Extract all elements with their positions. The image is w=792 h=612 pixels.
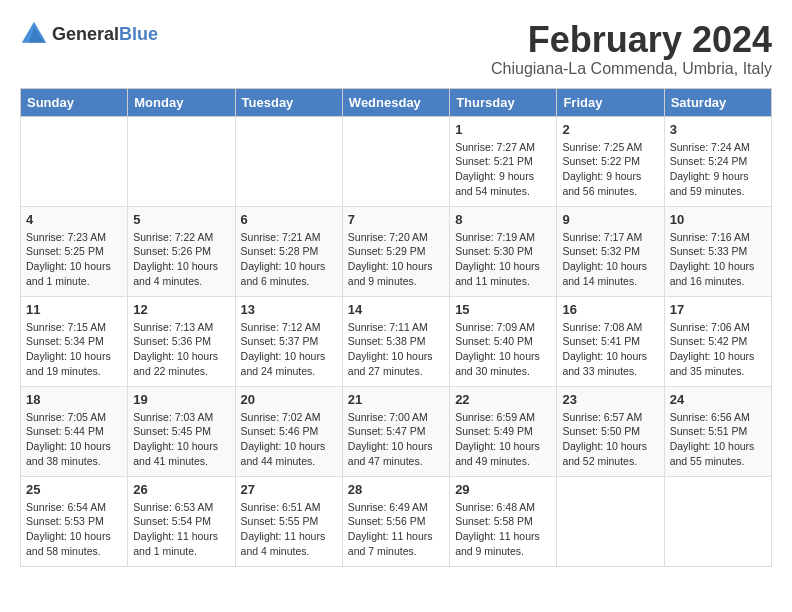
day-number: 11 bbox=[26, 302, 122, 317]
day-info: Sunrise: 6:59 AM Sunset: 5:49 PM Dayligh… bbox=[455, 410, 551, 469]
day-number: 22 bbox=[455, 392, 551, 407]
day-info: Sunrise: 6:53 AM Sunset: 5:54 PM Dayligh… bbox=[133, 500, 229, 559]
logo-general: General bbox=[52, 24, 119, 44]
day-info: Sunrise: 6:54 AM Sunset: 5:53 PM Dayligh… bbox=[26, 500, 122, 559]
day-cell bbox=[21, 116, 128, 206]
header-row: SundayMondayTuesdayWednesdayThursdayFrid… bbox=[21, 88, 772, 116]
day-number: 21 bbox=[348, 392, 444, 407]
day-info: Sunrise: 7:13 AM Sunset: 5:36 PM Dayligh… bbox=[133, 320, 229, 379]
location-subtitle: Chiugiana-La Commenda, Umbria, Italy bbox=[491, 60, 772, 78]
logo: GeneralBlue bbox=[20, 20, 158, 48]
header-cell-wednesday: Wednesday bbox=[342, 88, 449, 116]
day-cell: 3Sunrise: 7:24 AM Sunset: 5:24 PM Daylig… bbox=[664, 116, 771, 206]
day-number: 20 bbox=[241, 392, 337, 407]
week-row-4: 18Sunrise: 7:05 AM Sunset: 5:44 PM Dayli… bbox=[21, 386, 772, 476]
day-number: 19 bbox=[133, 392, 229, 407]
logo-icon bbox=[20, 20, 48, 48]
day-cell: 22Sunrise: 6:59 AM Sunset: 5:49 PM Dayli… bbox=[450, 386, 557, 476]
day-info: Sunrise: 6:57 AM Sunset: 5:50 PM Dayligh… bbox=[562, 410, 658, 469]
day-number: 3 bbox=[670, 122, 766, 137]
day-info: Sunrise: 7:20 AM Sunset: 5:29 PM Dayligh… bbox=[348, 230, 444, 289]
day-number: 27 bbox=[241, 482, 337, 497]
day-info: Sunrise: 7:15 AM Sunset: 5:34 PM Dayligh… bbox=[26, 320, 122, 379]
day-number: 4 bbox=[26, 212, 122, 227]
day-cell: 14Sunrise: 7:11 AM Sunset: 5:38 PM Dayli… bbox=[342, 296, 449, 386]
week-row-5: 25Sunrise: 6:54 AM Sunset: 5:53 PM Dayli… bbox=[21, 476, 772, 566]
day-cell: 16Sunrise: 7:08 AM Sunset: 5:41 PM Dayli… bbox=[557, 296, 664, 386]
header-cell-sunday: Sunday bbox=[21, 88, 128, 116]
day-info: Sunrise: 7:12 AM Sunset: 5:37 PM Dayligh… bbox=[241, 320, 337, 379]
day-number: 26 bbox=[133, 482, 229, 497]
day-cell: 12Sunrise: 7:13 AM Sunset: 5:36 PM Dayli… bbox=[128, 296, 235, 386]
calendar-table: SundayMondayTuesdayWednesdayThursdayFrid… bbox=[20, 88, 772, 567]
day-cell: 17Sunrise: 7:06 AM Sunset: 5:42 PM Dayli… bbox=[664, 296, 771, 386]
day-number: 14 bbox=[348, 302, 444, 317]
day-info: Sunrise: 7:16 AM Sunset: 5:33 PM Dayligh… bbox=[670, 230, 766, 289]
day-number: 28 bbox=[348, 482, 444, 497]
day-cell: 21Sunrise: 7:00 AM Sunset: 5:47 PM Dayli… bbox=[342, 386, 449, 476]
day-cell: 7Sunrise: 7:20 AM Sunset: 5:29 PM Daylig… bbox=[342, 206, 449, 296]
day-cell: 5Sunrise: 7:22 AM Sunset: 5:26 PM Daylig… bbox=[128, 206, 235, 296]
day-number: 12 bbox=[133, 302, 229, 317]
day-cell bbox=[342, 116, 449, 206]
day-number: 16 bbox=[562, 302, 658, 317]
day-info: Sunrise: 7:22 AM Sunset: 5:26 PM Dayligh… bbox=[133, 230, 229, 289]
day-info: Sunrise: 7:19 AM Sunset: 5:30 PM Dayligh… bbox=[455, 230, 551, 289]
header-cell-saturday: Saturday bbox=[664, 88, 771, 116]
day-cell: 20Sunrise: 7:02 AM Sunset: 5:46 PM Dayli… bbox=[235, 386, 342, 476]
day-number: 5 bbox=[133, 212, 229, 227]
day-number: 2 bbox=[562, 122, 658, 137]
day-cell: 4Sunrise: 7:23 AM Sunset: 5:25 PM Daylig… bbox=[21, 206, 128, 296]
day-info: Sunrise: 7:11 AM Sunset: 5:38 PM Dayligh… bbox=[348, 320, 444, 379]
header-cell-thursday: Thursday bbox=[450, 88, 557, 116]
day-info: Sunrise: 6:48 AM Sunset: 5:58 PM Dayligh… bbox=[455, 500, 551, 559]
week-row-2: 4Sunrise: 7:23 AM Sunset: 5:25 PM Daylig… bbox=[21, 206, 772, 296]
day-number: 23 bbox=[562, 392, 658, 407]
day-info: Sunrise: 7:25 AM Sunset: 5:22 PM Dayligh… bbox=[562, 140, 658, 199]
day-number: 6 bbox=[241, 212, 337, 227]
day-number: 18 bbox=[26, 392, 122, 407]
day-info: Sunrise: 7:21 AM Sunset: 5:28 PM Dayligh… bbox=[241, 230, 337, 289]
day-cell: 10Sunrise: 7:16 AM Sunset: 5:33 PM Dayli… bbox=[664, 206, 771, 296]
title-section: February 2024 Chiugiana-La Commenda, Umb… bbox=[491, 20, 772, 78]
day-info: Sunrise: 7:03 AM Sunset: 5:45 PM Dayligh… bbox=[133, 410, 229, 469]
day-info: Sunrise: 6:49 AM Sunset: 5:56 PM Dayligh… bbox=[348, 500, 444, 559]
month-title: February 2024 bbox=[491, 20, 772, 60]
day-number: 7 bbox=[348, 212, 444, 227]
day-cell: 19Sunrise: 7:03 AM Sunset: 5:45 PM Dayli… bbox=[128, 386, 235, 476]
day-cell bbox=[128, 116, 235, 206]
day-cell: 29Sunrise: 6:48 AM Sunset: 5:58 PM Dayli… bbox=[450, 476, 557, 566]
day-cell bbox=[557, 476, 664, 566]
day-cell: 13Sunrise: 7:12 AM Sunset: 5:37 PM Dayli… bbox=[235, 296, 342, 386]
header-cell-tuesday: Tuesday bbox=[235, 88, 342, 116]
day-cell: 25Sunrise: 6:54 AM Sunset: 5:53 PM Dayli… bbox=[21, 476, 128, 566]
day-cell: 28Sunrise: 6:49 AM Sunset: 5:56 PM Dayli… bbox=[342, 476, 449, 566]
week-row-3: 11Sunrise: 7:15 AM Sunset: 5:34 PM Dayli… bbox=[21, 296, 772, 386]
day-info: Sunrise: 7:06 AM Sunset: 5:42 PM Dayligh… bbox=[670, 320, 766, 379]
week-row-1: 1Sunrise: 7:27 AM Sunset: 5:21 PM Daylig… bbox=[21, 116, 772, 206]
day-cell: 15Sunrise: 7:09 AM Sunset: 5:40 PM Dayli… bbox=[450, 296, 557, 386]
day-cell: 27Sunrise: 6:51 AM Sunset: 5:55 PM Dayli… bbox=[235, 476, 342, 566]
day-info: Sunrise: 7:09 AM Sunset: 5:40 PM Dayligh… bbox=[455, 320, 551, 379]
day-info: Sunrise: 7:24 AM Sunset: 5:24 PM Dayligh… bbox=[670, 140, 766, 199]
day-cell: 1Sunrise: 7:27 AM Sunset: 5:21 PM Daylig… bbox=[450, 116, 557, 206]
day-number: 9 bbox=[562, 212, 658, 227]
page-header: GeneralBlue February 2024 Chiugiana-La C… bbox=[20, 20, 772, 78]
day-number: 10 bbox=[670, 212, 766, 227]
day-info: Sunrise: 7:00 AM Sunset: 5:47 PM Dayligh… bbox=[348, 410, 444, 469]
header-cell-monday: Monday bbox=[128, 88, 235, 116]
day-cell: 6Sunrise: 7:21 AM Sunset: 5:28 PM Daylig… bbox=[235, 206, 342, 296]
day-number: 29 bbox=[455, 482, 551, 497]
day-cell: 26Sunrise: 6:53 AM Sunset: 5:54 PM Dayli… bbox=[128, 476, 235, 566]
day-info: Sunrise: 7:17 AM Sunset: 5:32 PM Dayligh… bbox=[562, 230, 658, 289]
day-cell bbox=[235, 116, 342, 206]
day-cell: 11Sunrise: 7:15 AM Sunset: 5:34 PM Dayli… bbox=[21, 296, 128, 386]
calendar-body: 1Sunrise: 7:27 AM Sunset: 5:21 PM Daylig… bbox=[21, 116, 772, 566]
day-info: Sunrise: 7:02 AM Sunset: 5:46 PM Dayligh… bbox=[241, 410, 337, 469]
day-number: 24 bbox=[670, 392, 766, 407]
day-info: Sunrise: 7:27 AM Sunset: 5:21 PM Dayligh… bbox=[455, 140, 551, 199]
day-info: Sunrise: 7:23 AM Sunset: 5:25 PM Dayligh… bbox=[26, 230, 122, 289]
day-cell: 9Sunrise: 7:17 AM Sunset: 5:32 PM Daylig… bbox=[557, 206, 664, 296]
day-cell: 8Sunrise: 7:19 AM Sunset: 5:30 PM Daylig… bbox=[450, 206, 557, 296]
day-info: Sunrise: 6:56 AM Sunset: 5:51 PM Dayligh… bbox=[670, 410, 766, 469]
